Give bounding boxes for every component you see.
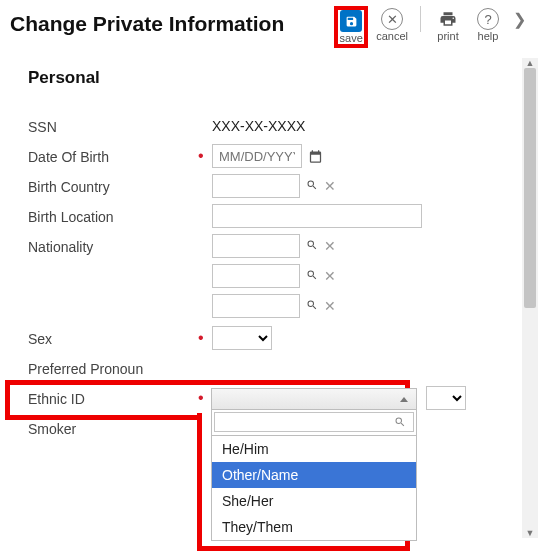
ethnic-label: Ethnic ID <box>28 389 198 407</box>
dropdown-option[interactable]: Other/Name <box>212 462 416 488</box>
search-icon[interactable] <box>306 239 318 254</box>
scroll-thumb[interactable] <box>524 68 536 308</box>
nationality-input-2[interactable] <box>212 264 300 288</box>
cancel-label: cancel <box>376 30 408 42</box>
birth-country-input[interactable] <box>212 174 300 198</box>
page-title: Change Private Information <box>10 12 284 36</box>
ethnic-select[interactable] <box>426 386 466 410</box>
print-label: print <box>437 30 458 42</box>
dropdown-search-input[interactable] <box>214 412 414 432</box>
scrollbar[interactable]: ▲ ▼ <box>522 58 538 538</box>
cancel-button[interactable]: ✕ cancel <box>374 6 410 42</box>
search-icon[interactable] <box>306 299 318 314</box>
help-button[interactable]: ? help <box>471 6 505 42</box>
birth-location-input[interactable] <box>212 204 422 228</box>
required-dot: • <box>198 151 212 161</box>
clear-icon[interactable]: ✕ <box>324 268 336 284</box>
print-icon <box>437 8 459 30</box>
help-icon: ? <box>477 8 499 30</box>
ssn-value: XXX-XX-XXXX <box>212 118 305 134</box>
section-title: Personal <box>28 68 528 88</box>
save-label: save <box>340 32 363 44</box>
clear-icon[interactable]: ✕ <box>324 178 336 194</box>
save-button[interactable]: save <box>334 6 368 48</box>
scroll-up-icon[interactable]: ▲ <box>522 58 538 68</box>
search-icon <box>394 416 406 431</box>
birth-country-label: Birth Country <box>28 177 198 195</box>
ssn-label: SSN <box>28 117 198 135</box>
dropdown-option[interactable]: They/Them <box>212 514 416 540</box>
chevron-right-icon[interactable]: ❯ <box>511 6 528 29</box>
dropdown-search <box>211 410 417 436</box>
search-icon[interactable] <box>306 269 318 284</box>
dropdown-header[interactable] <box>211 388 417 410</box>
smoker-label: Smoker <box>28 419 198 437</box>
birth-location-label: Birth Location <box>28 207 198 225</box>
sex-label: Sex <box>28 329 198 347</box>
clear-icon[interactable]: ✕ <box>324 238 336 254</box>
save-icon <box>340 10 362 32</box>
toolbar: save ✕ cancel print ? help ❯ <box>334 6 528 48</box>
print-button[interactable]: print <box>431 6 465 42</box>
clear-icon[interactable]: ✕ <box>324 298 336 314</box>
scroll-down-icon[interactable]: ▼ <box>522 528 538 538</box>
required-dot: • <box>198 393 212 403</box>
form-content: Personal SSN XXX-XX-XXXX Date Of Birth •… <box>0 48 538 442</box>
dropdown-list: He/Him Other/Name She/Her They/Them <box>211 436 417 541</box>
required-dot: • <box>198 333 212 343</box>
nationality-input-1[interactable] <box>212 234 300 258</box>
pronoun-dropdown[interactable]: He/Him Other/Name She/Her They/Them <box>211 388 417 541</box>
pronoun-label: Preferred Pronoun <box>28 359 198 377</box>
dropdown-option[interactable]: He/Him <box>212 436 416 462</box>
nationality-input-3[interactable] <box>212 294 300 318</box>
dob-label: Date Of Birth <box>28 147 198 165</box>
nationality-label: Nationality <box>28 237 198 255</box>
sex-select[interactable] <box>212 326 272 350</box>
search-icon[interactable] <box>306 179 318 194</box>
dropdown-option[interactable]: She/Her <box>212 488 416 514</box>
toolbar-divider <box>420 6 421 32</box>
cancel-icon: ✕ <box>381 8 403 30</box>
help-label: help <box>478 30 499 42</box>
calendar-icon[interactable] <box>308 149 323 164</box>
dob-input[interactable] <box>212 144 302 168</box>
